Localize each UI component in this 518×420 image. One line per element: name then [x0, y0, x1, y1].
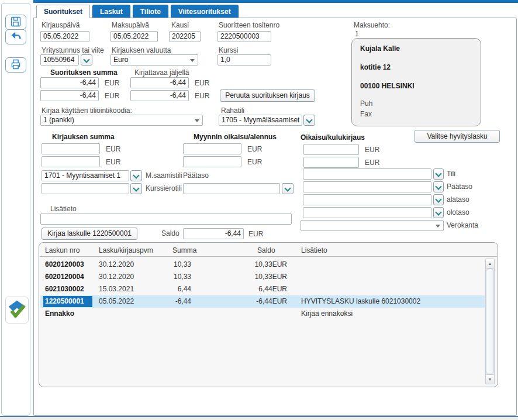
- valitse-hyvityslasku-button[interactable]: Valitse hyvityslasku: [415, 130, 500, 143]
- invoice-number[interactable]: 6021030002: [45, 283, 84, 295]
- customer-city: 00100 HELSINKI: [360, 82, 415, 90]
- invoice-date: 15.03.2021: [99, 283, 134, 295]
- maksupaiva-field[interactable]: 05.05.2022: [110, 31, 158, 42]
- customer-street: kotitie 12: [360, 63, 391, 71]
- table-row-selected[interactable]: 1220500001 05.05.2022 -6,44 -6,44EUR HYV…: [40, 295, 485, 308]
- olotaso-dropdown-field[interactable]: [303, 207, 431, 218]
- invoice-number[interactable]: 6020120003: [45, 259, 84, 271]
- tab-suoritukset[interactable]: Suoritukset: [36, 5, 90, 18]
- valuutta-dropdown[interactable]: Euro: [110, 54, 198, 66]
- top-title-bar: [33, 0, 518, 3]
- print-button[interactable]: [5, 57, 26, 73]
- triangle-down-icon: ▼: [488, 377, 492, 381]
- alataso-dropdown-field[interactable]: [303, 194, 431, 205]
- kirjattavaa-field-2[interactable]: -6,44: [130, 90, 189, 101]
- invoice-date: 05.05.2022: [99, 295, 134, 308]
- kirjauksen-summa-field-1[interactable]: [42, 143, 100, 154]
- paataso-label: Päätaso: [183, 172, 209, 180]
- column-header-pvm[interactable]: Lasku/kirjauspvm: [99, 246, 153, 254]
- kirjauksen-summa-label: Kirjauksen summa: [52, 133, 115, 141]
- invoice-sum: 10,33: [151, 259, 191, 271]
- saldo-field[interactable]: -6,44: [183, 228, 244, 239]
- verokanta-label: Verokanta: [447, 222, 478, 229]
- rahatili-field[interactable]: 1705 - Myymäläsaamiset: [219, 115, 302, 126]
- table-row[interactable]: 6021030002 15.03.2021 6,44 6,44EUR: [40, 283, 485, 295]
- kausi-field[interactable]: 202205: [169, 31, 201, 42]
- msaamistili-dropdown-button[interactable]: [130, 170, 142, 181]
- kirjattavaa-field-1[interactable]: -6,44: [130, 77, 189, 88]
- tab-tiliote[interactable]: Tiliote: [133, 5, 168, 18]
- chevron-down-icon: [435, 209, 441, 215]
- oikaisu-field-1[interactable]: [303, 144, 359, 155]
- invoice-number-selected[interactable]: 1220500001: [43, 296, 92, 307]
- tili-dropdown-field[interactable]: [303, 168, 431, 180]
- app-logo-button[interactable]: [5, 297, 29, 323]
- yritystunnus-field[interactable]: 10550964: [40, 54, 79, 66]
- scrollbar-thumb[interactable]: [486, 268, 494, 374]
- invoice-info: HYVITYSLASKU laskulle 6021030002: [301, 295, 420, 308]
- tab-laskut[interactable]: Laskut: [92, 5, 130, 18]
- lisatieto-field[interactable]: [40, 214, 292, 225]
- yritystunnus-label: Yritystunnus tai viite: [42, 47, 104, 54]
- suoritus-summa-field-1[interactable]: -6,44: [40, 77, 99, 88]
- myynnin-oikaisu-field-1[interactable]: [183, 143, 241, 154]
- column-header-saldo[interactable]: Saldo: [257, 246, 275, 254]
- undo-button[interactable]: [5, 29, 26, 44]
- paataso-right-dropdown-field[interactable]: [303, 181, 431, 192]
- maksuehto-value: 1: [355, 30, 359, 38]
- kausi-label: Kausi: [171, 22, 189, 29]
- tositenro-field[interactable]: 2220500003: [217, 31, 271, 42]
- invoice-balance: 10,33EUR: [245, 271, 287, 283]
- alataso-label: alataso: [447, 196, 469, 204]
- paataso-right-label: Päätaso: [447, 183, 472, 191]
- tiliointikoodi-dropdown[interactable]: 1 (pankki): [40, 115, 203, 126]
- eur-label: EUR: [247, 145, 262, 153]
- olotaso-dropdown-button[interactable]: [433, 207, 444, 218]
- blue-green-check-logo-icon: [8, 299, 26, 322]
- eur-label: EUR: [247, 158, 262, 166]
- paataso-dropdown-button[interactable]: [282, 183, 293, 194]
- kirjauksen-summa-field-2[interactable]: [42, 156, 100, 167]
- customer-fax-label: Fax: [360, 110, 372, 118]
- paataso-dropdown-field[interactable]: [183, 183, 280, 194]
- table-row[interactable]: 6020120004 30.12.2020 10,33 10,33EUR: [40, 271, 485, 283]
- kirjauspaiva-field[interactable]: 05.05.2022: [40, 31, 89, 42]
- customer-name: Kujala Kalle: [360, 44, 400, 53]
- ennakko-label[interactable]: Ennakko: [45, 308, 74, 320]
- invoice-date: 30.12.2020: [99, 259, 134, 271]
- tiliointikoodi-value: 1 (pankki): [43, 116, 74, 124]
- kurssi-field[interactable]: 1,0: [217, 54, 271, 66]
- yritystunnus-dropdown-button[interactable]: [81, 54, 92, 66]
- invoice-sum: 6,44: [151, 283, 191, 295]
- eur-label: EUR: [195, 92, 209, 100]
- invoice-number[interactable]: 6020120004: [45, 271, 84, 283]
- column-header-summa[interactable]: Summa: [172, 246, 196, 254]
- scroll-up-button[interactable]: ▲: [486, 259, 494, 268]
- table-row-ennakko[interactable]: Ennakko Kirjaa ennakoksi: [40, 308, 485, 320]
- kurssierotili-field[interactable]: [42, 183, 129, 194]
- rahatili-dropdown-button[interactable]: [303, 115, 315, 126]
- suoritus-summa-field-2[interactable]: -6,44: [40, 90, 99, 101]
- myynnin-oikaisu-field-2[interactable]: [183, 156, 241, 167]
- table-row[interactable]: 6020120003 30.12.2020 10,33 10,33EUR: [40, 259, 485, 271]
- verokanta-dropdown[interactable]: [301, 220, 444, 231]
- tili-label: Tili: [447, 170, 455, 178]
- msaamistili-field[interactable]: 1701 - Myyntisaamiset 1: [42, 170, 129, 181]
- column-header-lisatieto[interactable]: Lisätieto: [301, 246, 327, 254]
- oikaisu-field-2[interactable]: [303, 157, 359, 168]
- chevron-down-icon: [436, 225, 440, 228]
- table-scrollbar[interactable]: ▲ ▼: [485, 259, 495, 384]
- kirjaa-laskulle-button[interactable]: Kirjaa laskulle 1220500001: [42, 228, 137, 240]
- eur-label: EUR: [105, 79, 119, 87]
- column-header-laskun-nro[interactable]: Laskun nro: [45, 246, 80, 254]
- scroll-down-button[interactable]: ▼: [486, 374, 494, 384]
- tili-dropdown-button[interactable]: [433, 168, 444, 180]
- alataso-dropdown-button[interactable]: [433, 194, 444, 205]
- lisatieto-label: Lisätieto: [50, 205, 77, 213]
- kurssierotili-dropdown-button[interactable]: [130, 183, 142, 194]
- paataso-right-dropdown-button[interactable]: [433, 181, 444, 192]
- tab-viitesuoritukset[interactable]: Viitesuoritukset: [171, 5, 239, 18]
- save-button[interactable]: [5, 15, 26, 30]
- kurssi-label: Kurssi: [219, 47, 238, 54]
- peruuta-suorituksen-kirjaus-button[interactable]: Peruuta suorituksen kirjaus: [220, 89, 315, 102]
